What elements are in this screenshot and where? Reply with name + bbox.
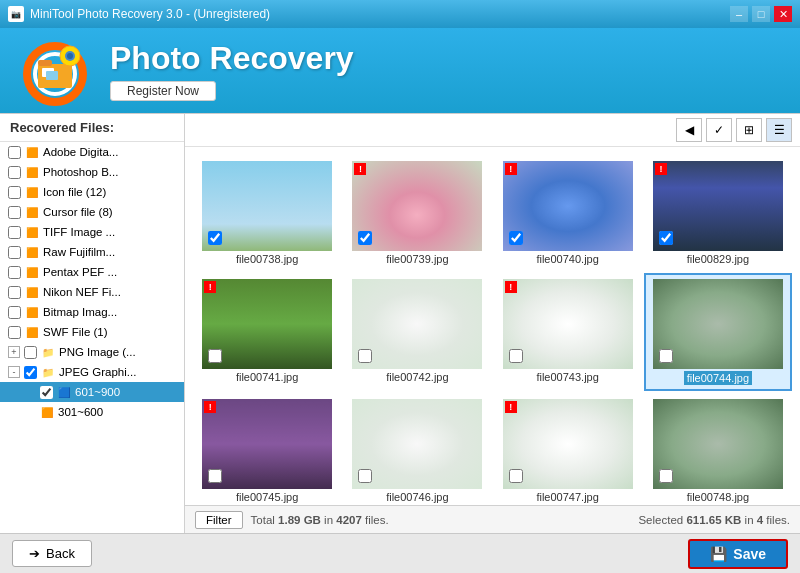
- list-view-button[interactable]: ☰: [766, 118, 792, 142]
- file-checkbox[interactable]: [208, 349, 222, 363]
- bottom-bar: ➔ Back 💾 Save: [0, 533, 800, 573]
- pentax-checkbox[interactable]: [8, 266, 21, 279]
- app-title: Photo Recovery: [110, 40, 354, 77]
- file-item-829[interactable]: ! file00829.jpg: [644, 155, 792, 271]
- file-item-744[interactable]: file00744.jpg: [644, 273, 792, 391]
- save-icon: 💾: [710, 546, 727, 562]
- file-item-741[interactable]: ! file00741.jpg: [193, 273, 341, 391]
- file-item-739[interactable]: ! file00739.jpg: [343, 155, 491, 271]
- nikon-checkbox[interactable]: [8, 286, 21, 299]
- file-name: file00829.jpg: [687, 253, 749, 265]
- maximize-button[interactable]: □: [752, 6, 770, 22]
- register-button[interactable]: Register Now: [110, 81, 216, 101]
- sidebar-item-nikon[interactable]: 🟧 Nikon NEF Fi...: [0, 282, 184, 302]
- minimize-button[interactable]: –: [730, 6, 748, 22]
- item-label: Photoshop B...: [43, 166, 118, 178]
- sidebar-item-photoshop[interactable]: 🟧 Photoshop B...: [0, 162, 184, 182]
- file-icon: 🟧: [25, 165, 39, 179]
- file-item-742[interactable]: file00742.jpg: [343, 273, 491, 391]
- file-item-745[interactable]: ! file00745.jpg: [193, 393, 341, 505]
- back-nav-button[interactable]: ◀: [676, 118, 702, 142]
- cursor-checkbox[interactable]: [8, 206, 21, 219]
- sidebar-item-png[interactable]: + 📁 PNG Image (...: [0, 342, 184, 362]
- file-name: file00746.jpg: [386, 491, 448, 503]
- error-badge: !: [505, 281, 517, 293]
- file-thumbnail: [653, 279, 783, 369]
- error-badge: !: [354, 163, 366, 175]
- file-checkbox[interactable]: [659, 231, 673, 245]
- file-name: file00745.jpg: [236, 491, 298, 503]
- file-name: file00740.jpg: [536, 253, 598, 265]
- bitmap-checkbox[interactable]: [8, 306, 21, 319]
- title-bar-text: MiniTool Photo Recovery 3.0 - (Unregiste…: [30, 7, 270, 21]
- sidebar-item-jpeg[interactable]: - 📁 JPEG Graphi...: [0, 362, 184, 382]
- file-name: file00744.jpg: [684, 371, 752, 385]
- swf-checkbox[interactable]: [8, 326, 21, 339]
- sidebar-item-icon[interactable]: 🟧 Icon file (12): [0, 182, 184, 202]
- sidebar-item-pentax[interactable]: 🟧 Pentax PEF ...: [0, 262, 184, 282]
- error-badge: !: [204, 281, 216, 293]
- close-button[interactable]: ✕: [774, 6, 792, 22]
- total-files: 4207: [336, 514, 362, 526]
- file-thumbnail: !: [352, 161, 482, 251]
- expand-jpeg[interactable]: -: [8, 366, 20, 378]
- raw-checkbox[interactable]: [8, 246, 21, 259]
- file-icon: 🟧: [25, 265, 39, 279]
- file-icon: 🟦: [57, 385, 71, 399]
- item-label: SWF File (1): [43, 326, 108, 338]
- range-601-checkbox[interactable]: [40, 386, 53, 399]
- file-item-738[interactable]: file00738.jpg: [193, 155, 341, 271]
- error-badge: !: [505, 163, 517, 175]
- file-checkbox[interactable]: [208, 231, 222, 245]
- file-item-740[interactable]: ! file00740.jpg: [494, 155, 642, 271]
- total-size: 1.89 GB: [278, 514, 321, 526]
- file-icon: 🟧: [25, 225, 39, 239]
- expand-png[interactable]: +: [8, 346, 20, 358]
- file-item-748[interactable]: file00748.jpg: [644, 393, 792, 505]
- file-checkbox[interactable]: [509, 231, 523, 245]
- header: Photo Recovery Register Now: [0, 28, 800, 113]
- file-checkbox[interactable]: [358, 349, 372, 363]
- file-checkbox[interactable]: [659, 349, 673, 363]
- select-all-button[interactable]: ✓: [706, 118, 732, 142]
- sidebar-header: Recovered Files:: [0, 114, 184, 142]
- file-icon: 🟧: [25, 185, 39, 199]
- sidebar-item-301-600[interactable]: 🟧 301~600: [0, 402, 184, 422]
- sidebar-item-adobe[interactable]: 🟧 Adobe Digita...: [0, 142, 184, 162]
- tiff-checkbox[interactable]: [8, 226, 21, 239]
- sidebar-item-cursor[interactable]: 🟧 Cursor file (8): [0, 202, 184, 222]
- file-checkbox[interactable]: [509, 349, 523, 363]
- sidebar-item-raw[interactable]: 🟧 Raw Fujifilm...: [0, 242, 184, 262]
- folder-icon: 📁: [41, 345, 55, 359]
- sidebar-item-swf[interactable]: 🟧 SWF File (1): [0, 322, 184, 342]
- error-badge: !: [204, 401, 216, 413]
- svg-rect-3: [38, 60, 52, 66]
- sidebar-item-bitmap[interactable]: 🟧 Bitmap Imag...: [0, 302, 184, 322]
- item-label: JPEG Graphi...: [59, 366, 136, 378]
- file-item-743[interactable]: ! file00743.jpg: [494, 273, 642, 391]
- file-checkbox[interactable]: [509, 469, 523, 483]
- item-label: 301~600: [58, 406, 103, 418]
- file-checkbox[interactable]: [358, 231, 372, 245]
- file-checkbox[interactable]: [208, 469, 222, 483]
- png-checkbox[interactable]: [24, 346, 37, 359]
- sidebar-tree: 🟧 Adobe Digita... 🟧 Photoshop B... 🟧 Ico…: [0, 142, 184, 533]
- icon-checkbox[interactable]: [8, 186, 21, 199]
- selected-files: 4: [757, 514, 763, 526]
- file-checkbox[interactable]: [659, 469, 673, 483]
- file-item-746[interactable]: file00746.jpg: [343, 393, 491, 505]
- photoshop-checkbox[interactable]: [8, 166, 21, 179]
- file-thumbnail: !: [503, 399, 633, 489]
- back-button[interactable]: ➔ Back: [12, 540, 92, 567]
- sidebar-item-601-900[interactable]: 🟦 601~900: [0, 382, 184, 402]
- filter-button[interactable]: Filter: [195, 511, 243, 529]
- file-item-747[interactable]: ! file00747.jpg: [494, 393, 642, 505]
- jpeg-checkbox[interactable]: [24, 366, 37, 379]
- save-button[interactable]: 💾 Save: [688, 539, 788, 569]
- svg-rect-5: [46, 71, 58, 80]
- adobe-checkbox[interactable]: [8, 146, 21, 159]
- grid-view-button[interactable]: ⊞: [736, 118, 762, 142]
- file-checkbox[interactable]: [358, 469, 372, 483]
- file-thumbnail: [202, 161, 332, 251]
- sidebar-item-tiff[interactable]: 🟧 TIFF Image ...: [0, 222, 184, 242]
